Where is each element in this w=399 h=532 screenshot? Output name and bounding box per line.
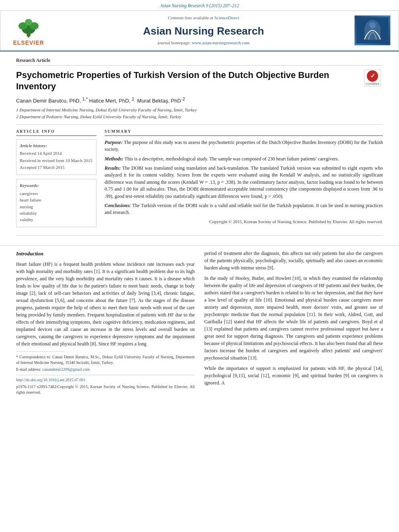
keyword-1: caregivers xyxy=(20,191,93,197)
keyword-2: heart failure xyxy=(20,197,93,203)
conclusions-text: The Turkish version of the DOBI scale is… xyxy=(105,203,383,215)
journal-cover-area xyxy=(354,15,395,45)
elsevier-text: ELSEVIER xyxy=(13,39,44,47)
issn-line: p1976-1317 e2093-7482/Copyright © 2015, … xyxy=(16,384,195,395)
methods-label: Methods: xyxy=(105,156,123,162)
footnote-email: E-mail address: canandemir2209@gmail.com xyxy=(16,367,195,372)
article-title-wrapper: Psychometric Properties of Turkish Versi… xyxy=(16,70,359,92)
received2: Received in revised form 10 March 2015 xyxy=(20,158,93,164)
keyword-4: reliability xyxy=(20,210,93,216)
svg-rect-5 xyxy=(28,35,29,37)
purpose-text: The purpose of this study was to assess … xyxy=(105,140,383,152)
intro-para4: While the importance of support is empha… xyxy=(204,365,383,386)
conclusions-label: Conclusions: xyxy=(105,203,131,208)
article-body: Introduction Heart failure (HF) is a fre… xyxy=(0,245,399,405)
keyword-5: validity xyxy=(20,217,93,223)
journal-header: ELSEVIER Contents lists available at Sci… xyxy=(0,11,399,51)
body-right-col: period of treatment after the diagnosis,… xyxy=(204,250,383,397)
article-info-header: ARTICLE INFO xyxy=(16,129,97,136)
methods-text: This is a descriptive, methodological st… xyxy=(124,156,339,162)
crossmark-icon: ✓ xyxy=(367,70,378,82)
doi-line: http://dx.doi.org/10.1016/j.anr.2015.07.… xyxy=(16,375,195,383)
article-content: Research Article Psychometric Properties… xyxy=(0,51,399,245)
results-label: Results: xyxy=(105,165,121,171)
journal-header-center: Contents lists available at ScienceDirec… xyxy=(53,15,354,46)
keywords-label: Keywords: xyxy=(20,183,93,189)
crossmark-label: CrossMark xyxy=(366,82,379,86)
page-wrapper: Asian Nursing Research 9 (2015) 207–212 … xyxy=(0,0,399,405)
history-label: Article history: xyxy=(20,143,93,149)
intro-title: Introduction xyxy=(16,250,195,258)
methods-para: Methods: This is a descriptive, methodol… xyxy=(105,156,383,162)
bottom-separator xyxy=(16,235,383,236)
footnote-correspondence: * Correspondence to: Canan Demir Barutcu… xyxy=(16,354,195,366)
body-left-col: Introduction Heart failure (HF) is a fre… xyxy=(16,250,195,397)
elsevier-tree-icon xyxy=(10,14,47,38)
keyword-3: nursing xyxy=(20,204,93,210)
journal-url[interactable]: www.asian-nursingresearch.com xyxy=(192,40,249,45)
sciencedirect-link[interactable]: ScienceDirect xyxy=(214,15,239,20)
keywords-block: Keywords: caregivers heart failure nursi… xyxy=(16,179,97,227)
separator xyxy=(16,124,383,125)
elsevier-logo-area: ELSEVIER xyxy=(4,14,53,47)
summary-column: SUMMARY Purpose: The purpose of this stu… xyxy=(105,129,383,231)
journal-title-main: Asian Nursing Research xyxy=(57,24,350,38)
body-two-col: Introduction Heart failure (HF) is a fre… xyxy=(16,250,383,397)
footnote-divider xyxy=(16,351,64,352)
copyright-line: Copyright © 2015, Korean Society of Nurs… xyxy=(105,219,383,225)
purpose-para: Purpose: The purpose of this study was t… xyxy=(105,139,383,153)
authors-text: Canan Demir Barutcu, PhD, 1,* Hatice Mer… xyxy=(16,98,185,104)
results-para: Results: The DOBI was translated using t… xyxy=(105,165,383,200)
received1: Received 14 April 2014 xyxy=(20,150,93,156)
svg-rect-6 xyxy=(356,17,389,43)
elsevier-logo: ELSEVIER xyxy=(4,14,53,47)
purpose-label: Purpose: xyxy=(105,140,123,145)
svg-point-4 xyxy=(25,19,32,26)
affiliation2: 2 Department of Pediatric Nursing, Dokuz… xyxy=(16,114,383,120)
cover-decoration xyxy=(356,17,389,43)
crossmark-badge: ✓ CrossMark xyxy=(364,70,381,86)
journal-top-bar: Asian Nursing Research 9 (2015) 207–212 xyxy=(0,0,399,11)
doi-link[interactable]: http://dx.doi.org/10.1016/j.anr.2015.07.… xyxy=(16,378,86,382)
article-info-column: ARTICLE INFO Article history: Received 1… xyxy=(16,129,97,231)
journal-cover-image xyxy=(354,15,391,45)
article-history-block: Article history: Received 14 April 2014 … xyxy=(16,139,97,175)
article-title: Psychometric Properties of Turkish Versi… xyxy=(16,70,335,92)
footnote-email-link[interactable]: canandemir2209@gmail.com xyxy=(42,367,90,372)
journal-homepage-line: journal homepage: www.asian-nursingresea… xyxy=(57,40,350,46)
svg-point-7 xyxy=(369,22,376,29)
affiliation1: 1 Department of Internal Medicine Nursin… xyxy=(16,107,383,113)
conclusions-para: Conclusions: The Turkish version of the … xyxy=(105,202,383,216)
results-text: The DOBI was translated using translatio… xyxy=(105,165,383,199)
research-article-label: Research Article xyxy=(16,57,383,66)
summary-header: SUMMARY xyxy=(105,129,383,136)
journal-citation: Asian Nursing Research 9 (2015) 207–212 xyxy=(160,3,239,8)
intro-para3: In the study of Hooley, Butler, and Howl… xyxy=(204,275,383,362)
intro-para2: period of treatment after the diagnosis,… xyxy=(204,250,383,271)
sciencedirect-line: Contents lists available at ScienceDirec… xyxy=(57,15,350,21)
accepted: Accepted 17 March 2015 xyxy=(20,164,93,170)
intro-para1: Heart failure (HF) is a frequent health … xyxy=(16,261,195,347)
authors-line: Canan Demir Barutcu, PhD, 1,* Hatice Mer… xyxy=(16,96,383,105)
article-info-summary-layout: ARTICLE INFO Article history: Received 1… xyxy=(16,129,383,231)
